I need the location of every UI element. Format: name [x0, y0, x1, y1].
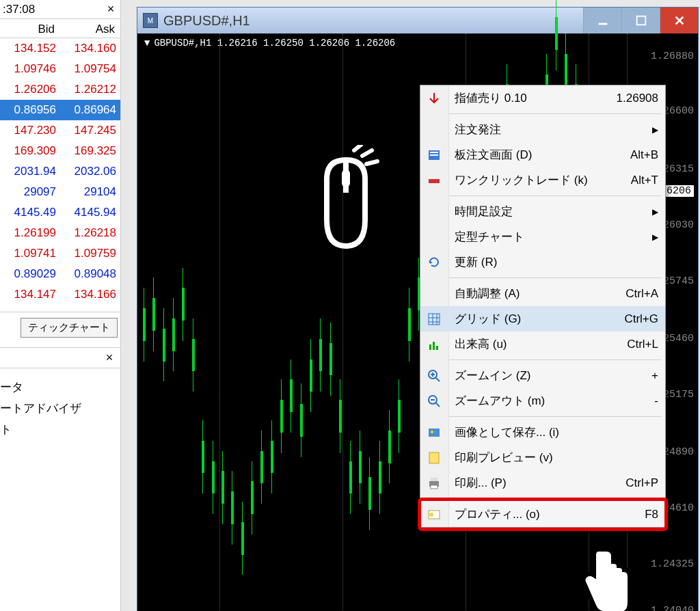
tree-item[interactable]: ータ	[0, 377, 115, 398]
menu-label: 指値売り 0.10	[455, 90, 527, 106]
menu-label: グリッド (G)	[455, 311, 521, 327]
menu-item-grid[interactable]: グリッド (G)Ctrl+G	[420, 306, 665, 331]
ask-cell: 2032.06	[60, 161, 120, 182]
tree-item[interactable]: ト	[0, 419, 115, 440]
menu-label: ズームイン (Z)	[455, 368, 530, 383]
tree-item[interactable]: ートアドバイザ	[0, 398, 115, 419]
window-icon: M	[143, 13, 158, 28]
svg-rect-5	[430, 154, 438, 156]
menu-item-props[interactable]: プロパティ... (o)F8	[420, 502, 665, 527]
svg-rect-10	[436, 346, 438, 350]
menu-item-book[interactable]: 板注文画面 (D)Alt+B	[420, 142, 665, 167]
bidask-header: Bid Ask	[0, 19, 120, 38]
menu-label: 注文発注	[455, 122, 501, 137]
menu-item-item[interactable]: 時間足設定▶	[420, 199, 665, 224]
refresh-icon	[425, 253, 444, 272]
price-row[interactable]: 4145.494145.94	[0, 202, 120, 223]
menu-item-print[interactable]: 印刷... (P)Ctrl+P	[420, 470, 665, 495]
menu-item-item[interactable]: 注文発注▶	[420, 117, 665, 142]
price-row[interactable]: 169.309169.325	[0, 141, 120, 161]
ask-cell: 1.26212	[60, 79, 120, 100]
ask-header: Ask	[60, 19, 120, 38]
svg-rect-15	[429, 452, 439, 463]
maximize-button[interactable]	[621, 8, 660, 33]
titlebar[interactable]: M GBPUSD#,H1	[137, 8, 698, 33]
svg-rect-6	[429, 179, 440, 183]
menu-shortcut: Ctrl+P	[625, 476, 658, 490]
menu-label: 板注文画面 (D)	[455, 147, 532, 163]
menu-item-zoomout[interactable]: ズームアウト (m)-	[420, 388, 665, 413]
svg-point-14	[431, 431, 433, 433]
menu-item-preview[interactable]: 印刷プレビュー (v)	[420, 445, 665, 470]
bid-cell: 169.309	[0, 141, 60, 161]
menu-item-a[interactable]: 自動調整 (A)Ctrl+A	[420, 281, 665, 306]
right-click-icon	[312, 145, 380, 251]
menu-separator	[449, 498, 661, 499]
menu-item-item[interactable]: 定型チャート▶	[420, 224, 665, 249]
close-icon[interactable]: ×	[104, 2, 118, 16]
menu-shortcut: Ctrl+G	[624, 312, 658, 326]
menu-label: 時間足設定	[455, 204, 513, 219]
close-icon[interactable]: ×	[103, 351, 116, 365]
price-row[interactable]: 1.262061.26212	[0, 79, 120, 100]
bid-cell: 134.152	[0, 38, 60, 59]
menu-item-oneclick[interactable]: ワンクリックトレード (k)Alt+T	[420, 167, 665, 193]
bid-cell: 1.09746	[0, 59, 60, 79]
price-row[interactable]: 1.097461.09754	[0, 59, 120, 79]
ask-cell: 169.325	[60, 141, 120, 161]
svg-rect-4	[430, 152, 438, 153]
menu-shortcut: 1.26908	[617, 92, 658, 105]
panel-close-row: ×	[0, 347, 120, 368]
price-row[interactable]: 0.869560.86964	[0, 100, 120, 120]
svg-rect-7	[429, 314, 440, 325]
window-buttons	[583, 8, 698, 33]
menu-separator	[449, 195, 661, 196]
market-watch-panel: :37:08 × Bid Ask 134.152134.1601.097461.…	[0, 0, 121, 611]
axis-label: 1.24040	[651, 605, 694, 611]
menu-item-saveimg[interactable]: 画像として保存... (i)	[420, 420, 665, 445]
bid-cell: 1.09741	[0, 243, 60, 264]
chart-window: M GBPUSD#,H1 ▼GBPUSD#,H1 1.26216 1.26250…	[137, 7, 699, 611]
bid-cell: 1.26199	[0, 223, 60, 243]
svg-rect-9	[433, 342, 435, 350]
menu-item-zoomin[interactable]: ズームイン (Z)+	[420, 363, 665, 388]
close-button[interactable]	[660, 8, 698, 33]
price-row[interactable]: 0.890290.89048	[0, 264, 120, 284]
price-row[interactable]: 1.097411.09759	[0, 243, 120, 264]
menu-label: 印刷... (P)	[455, 475, 507, 491]
svg-point-20	[429, 513, 433, 517]
menu-item-refresh[interactable]: 更新 (R)	[420, 249, 665, 275]
bid-cell: 1.26206	[0, 79, 60, 100]
bid-cell: 4145.49	[0, 202, 60, 223]
menu-item-volume[interactable]: 出来高 (u)Ctrl+L	[420, 331, 665, 357]
minimize-button[interactable]	[583, 8, 621, 33]
price-row[interactable]: 2909729104	[0, 182, 120, 202]
menu-shortcut: F8	[645, 508, 658, 521]
print-icon	[425, 474, 444, 493]
ask-cell: 0.89048	[60, 264, 120, 284]
menu-label: 画像として保存... (i)	[455, 424, 559, 440]
menu-label: 定型チャート	[455, 229, 524, 245]
price-row[interactable]: 134.147134.166	[0, 284, 120, 305]
ask-cell: 134.166	[60, 284, 120, 305]
svg-rect-18	[431, 485, 438, 489]
chart-area[interactable]: ▼GBPUSD#,H1 1.26216 1.26250 1.26206 1.26…	[137, 33, 698, 611]
price-row[interactable]: 2031.942032.06	[0, 161, 120, 182]
price-rows: 134.152134.1601.097461.097541.262061.262…	[0, 38, 120, 305]
menu-shortcut: Ctrl+L	[627, 338, 658, 351]
menu-item-sell-limit[interactable]: 指値売り 0.101.26908	[420, 85, 665, 111]
tick-chart-button[interactable]: ティックチャート	[21, 318, 118, 338]
price-row[interactable]: 134.152134.160	[0, 38, 120, 59]
bid-cell: 0.89029	[0, 264, 60, 284]
time-row: :37:08 ×	[0, 0, 120, 19]
price-row[interactable]: 147.230147.245	[0, 120, 120, 141]
preview-icon	[425, 448, 444, 467]
ask-cell: 1.09754	[60, 59, 120, 79]
chart-context-menu: 指値売り 0.101.26908注文発注▶板注文画面 (D)Alt+Bワンクリッ…	[420, 85, 666, 528]
price-row[interactable]: 1.261991.26218	[0, 223, 120, 243]
svg-rect-8	[429, 344, 431, 350]
menu-separator	[449, 277, 661, 278]
ask-cell: 0.86964	[60, 100, 120, 120]
svg-rect-1	[636, 16, 645, 25]
sell-limit-icon	[425, 89, 444, 108]
